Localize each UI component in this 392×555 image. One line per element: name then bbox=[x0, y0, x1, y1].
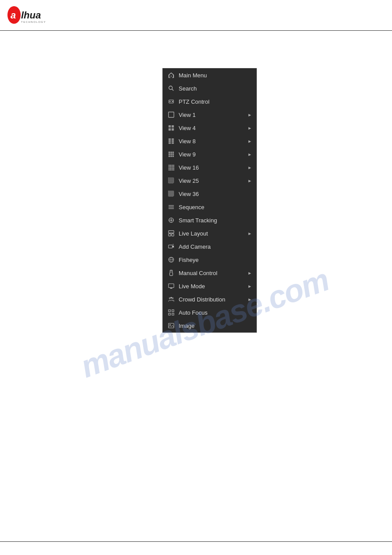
svg-rect-14 bbox=[169, 138, 171, 140]
view1-icon bbox=[167, 111, 175, 119]
menu-item-view-36[interactable]: View 36 bbox=[163, 187, 256, 200]
svg-rect-40 bbox=[173, 168, 174, 169]
svg-rect-18 bbox=[169, 142, 171, 144]
arrow-icon-view-1: ► bbox=[248, 112, 252, 117]
menu-item-view-16[interactable]: View 16► bbox=[163, 161, 256, 174]
svg-rect-22 bbox=[173, 152, 174, 153]
svg-rect-26 bbox=[169, 156, 170, 157]
menu-item-label-live-layout: Live Layout bbox=[179, 230, 248, 237]
menu-item-label-view-16: View 16 bbox=[179, 164, 248, 171]
svg-text:lhua: lhua bbox=[21, 10, 41, 21]
menu-item-live-mode[interactable]: Live Mode► bbox=[163, 279, 256, 293]
search-icon bbox=[167, 84, 175, 92]
svg-point-88 bbox=[170, 297, 172, 299]
menu-item-add-camera[interactable]: Add Camera bbox=[163, 240, 256, 253]
header: a lhua TECHNOLOGY bbox=[0, 0, 392, 31]
svg-rect-10 bbox=[169, 125, 171, 127]
menu-item-view-1[interactable]: View 1► bbox=[163, 108, 256, 121]
svg-rect-11 bbox=[172, 125, 174, 127]
svg-point-8 bbox=[169, 101, 171, 102]
svg-rect-23 bbox=[169, 153, 170, 155]
svg-rect-75 bbox=[169, 234, 171, 236]
svg-rect-19 bbox=[172, 142, 174, 144]
menu-item-smart-tracking[interactable]: Smart Tracking bbox=[163, 214, 256, 227]
view8-icon bbox=[167, 137, 175, 145]
menu-item-crowd-distribution[interactable]: Crowd Distribution► bbox=[163, 293, 256, 306]
svg-rect-25 bbox=[173, 153, 174, 155]
view16-icon bbox=[167, 163, 175, 171]
svg-rect-31 bbox=[172, 165, 173, 166]
svg-rect-43 bbox=[172, 169, 173, 170]
svg-point-4 bbox=[169, 86, 173, 90]
addcam-icon bbox=[167, 243, 175, 250]
menu-item-view-9[interactable]: View 9► bbox=[163, 148, 256, 161]
autofocus-icon bbox=[167, 308, 175, 316]
menu-item-ptz-control[interactable]: PTZ Control bbox=[163, 95, 256, 108]
menu-item-label-add-camera: Add Camera bbox=[179, 243, 252, 250]
svg-rect-16 bbox=[169, 140, 171, 142]
svg-rect-27 bbox=[170, 156, 172, 157]
svg-rect-93 bbox=[172, 313, 174, 315]
menu-item-label-sequence: Sequence bbox=[179, 204, 252, 210]
svg-rect-35 bbox=[172, 166, 173, 167]
svg-rect-92 bbox=[172, 310, 174, 312]
menu-item-main-menu[interactable]: Main Menu bbox=[163, 69, 256, 82]
svg-rect-76 bbox=[172, 234, 174, 236]
svg-rect-28 bbox=[173, 156, 174, 157]
svg-point-95 bbox=[169, 324, 171, 326]
menu-item-label-image: Image bbox=[179, 323, 252, 329]
svg-rect-29 bbox=[169, 165, 170, 166]
svg-text:a: a bbox=[11, 10, 16, 21]
menu-item-label-fisheye: Fisheye bbox=[179, 257, 252, 263]
svg-rect-20 bbox=[169, 152, 170, 153]
menu-item-manual-control[interactable]: Manual Control► bbox=[163, 266, 256, 279]
arrow-icon-live-layout: ► bbox=[248, 231, 252, 236]
ptz-icon bbox=[167, 98, 175, 105]
menu-item-label-live-mode: Live Mode bbox=[179, 283, 248, 290]
svg-point-69 bbox=[170, 219, 172, 221]
svg-rect-37 bbox=[169, 168, 170, 169]
svg-rect-21 bbox=[170, 152, 172, 153]
svg-rect-15 bbox=[172, 138, 174, 140]
menu-item-image[interactable]: Image bbox=[163, 319, 256, 332]
view36-icon bbox=[167, 190, 175, 198]
menu-item-view-25[interactable]: View 25► bbox=[163, 174, 256, 187]
svg-point-87 bbox=[169, 297, 171, 299]
svg-rect-65 bbox=[169, 205, 174, 206]
menu-item-view-4[interactable]: View 4► bbox=[163, 121, 256, 134]
svg-rect-42 bbox=[170, 169, 171, 170]
menu-item-sequence[interactable]: Sequence bbox=[163, 200, 256, 214]
svg-rect-34 bbox=[170, 166, 171, 167]
context-menu: Main MenuSearchPTZ ControlView 1►View 4►… bbox=[162, 68, 257, 333]
menu-item-label-crowd-distribution: Crowd Distribution bbox=[179, 296, 248, 303]
menu-item-view-8[interactable]: View 8► bbox=[163, 134, 256, 148]
menu-item-live-layout[interactable]: Live Layout► bbox=[163, 227, 256, 240]
menu-item-fisheye[interactable]: Fisheye bbox=[163, 253, 256, 266]
home-icon bbox=[167, 71, 175, 79]
svg-rect-9 bbox=[169, 112, 174, 117]
sequence-icon bbox=[167, 203, 175, 211]
arrow-icon-view-25: ► bbox=[248, 178, 252, 183]
svg-rect-32 bbox=[173, 165, 174, 166]
menu-item-label-search: Search bbox=[179, 85, 252, 92]
menu-item-label-main-menu: Main Menu bbox=[179, 72, 252, 79]
arrow-icon-manual-control: ► bbox=[248, 271, 252, 276]
fisheye-icon bbox=[167, 256, 175, 264]
view4-icon bbox=[167, 124, 175, 132]
menu-item-label-ptz-control: PTZ Control bbox=[179, 98, 252, 105]
menu-item-label-view-8: View 8 bbox=[179, 138, 248, 145]
menu-item-auto-focus[interactable]: Auto Focus bbox=[163, 306, 256, 319]
svg-rect-13 bbox=[172, 128, 174, 131]
arrow-icon-view-9: ► bbox=[248, 152, 252, 157]
menu-item-search[interactable]: Search bbox=[163, 82, 256, 95]
svg-rect-77 bbox=[169, 245, 173, 248]
svg-rect-84 bbox=[169, 284, 174, 288]
svg-text:TECHNOLOGY: TECHNOLOGY bbox=[21, 21, 46, 23]
menu-item-label-view-9: View 9 bbox=[179, 151, 248, 158]
menu-item-label-view-1: View 1 bbox=[179, 112, 248, 118]
image-icon bbox=[167, 322, 175, 330]
arrow-icon-view-16: ► bbox=[248, 165, 252, 170]
menu-item-label-manual-control: Manual Control bbox=[179, 270, 248, 276]
svg-rect-90 bbox=[169, 310, 170, 312]
menu-item-label-view-4: View 4 bbox=[179, 125, 248, 131]
